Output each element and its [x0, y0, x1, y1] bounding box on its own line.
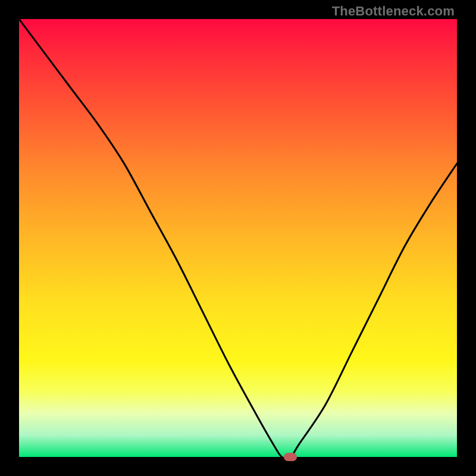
optimal-point-marker	[284, 453, 297, 461]
bottleneck-curve	[19, 19, 457, 457]
plot-area	[19, 19, 457, 457]
chart-frame: TheBottleneck.com	[0, 0, 476, 476]
watermark-text: TheBottleneck.com	[332, 4, 455, 19]
